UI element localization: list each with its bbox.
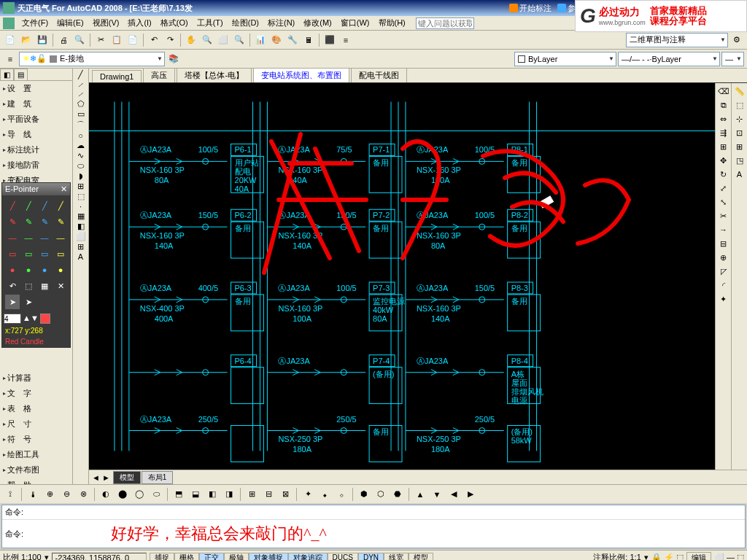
join-icon[interactable]: ⊕ (717, 251, 730, 264)
text-icon[interactable]: A (78, 252, 83, 261)
ep-c4[interactable]: ● (53, 262, 68, 277)
tab-drawing1[interactable]: Drawing1 (92, 70, 142, 82)
epointer-palette[interactable]: E-Pointer✕ ╱ ╱ ╱ ╱ ✎ ✎ ✎ ✎ — — — — ▭ ▭ ▭… (1, 182, 71, 348)
menu-edit[interactable]: 编辑(E) (53, 16, 88, 30)
open-icon[interactable]: 📂 (19, 33, 34, 47)
status-正交[interactable]: 正交 (199, 553, 224, 561)
scale-label[interactable]: 比例 1:100 (3, 552, 42, 560)
color-combo[interactable]: ByLayer (514, 52, 616, 66)
sidebar-item[interactable]: 表 格 (0, 401, 72, 416)
bt1[interactable]: ⟟ (3, 487, 18, 502)
redo-icon[interactable]: ↷ (163, 33, 177, 47)
status-对象捕捉[interactable]: 对象捕捉 (249, 553, 288, 561)
bt-e[interactable]: ⬤ (115, 487, 130, 502)
ep-del[interactable]: ✕ (53, 279, 68, 293)
tool-icon[interactable]: 🔧 (285, 33, 300, 47)
calc-icon[interactable]: 🖩 (301, 33, 316, 47)
ep-l3[interactable]: — (37, 230, 52, 245)
panel-tab[interactable]: ◧ (0, 69, 14, 80)
ep-size[interactable] (4, 314, 21, 324)
pan-icon[interactable]: ✋ (184, 33, 198, 47)
layer-mgr-icon[interactable]: ≡ (3, 52, 18, 66)
ep-sq[interactable]: ⬚ (21, 279, 36, 293)
nav4-icon[interactable]: A (733, 168, 746, 181)
ep-line4[interactable]: ╱ (53, 198, 68, 213)
paste-icon[interactable]: 📄 (125, 33, 140, 47)
save-icon[interactable]: 💾 (35, 33, 50, 47)
edit-btn[interactable]: 编辑 (686, 552, 711, 561)
annot-scale[interactable]: 注释比例: 1:1 (593, 552, 640, 560)
erase-icon[interactable]: ⌫ (717, 85, 730, 98)
bt-j[interactable]: ◧ (205, 487, 220, 502)
sidebar-item[interactable]: 导 线 (0, 127, 72, 142)
sidebar-item[interactable]: 文件布图 (0, 462, 72, 478)
linetype-combo[interactable]: —/— - -·ByLayer (618, 52, 720, 66)
earc-icon[interactable]: ◗ (79, 171, 83, 181)
design-icon[interactable]: 🎨 (269, 33, 284, 47)
ep-r4[interactable]: ▭ (53, 246, 68, 261)
point-icon[interactable]: · (80, 202, 82, 211)
ep-r2[interactable]: ▭ (21, 246, 36, 261)
bt-k[interactable]: ◨ (222, 487, 236, 502)
revcloud-icon[interactable]: ☁ (77, 141, 85, 150)
status-极轴[interactable]: 极轴 (224, 553, 249, 561)
xline-icon[interactable]: ⟋ (77, 80, 85, 89)
ep-r[interactable]: ▭ (5, 246, 20, 261)
rect-icon[interactable]: ▭ (77, 109, 85, 119)
status-DYN[interactable]: DYN (358, 553, 384, 561)
sidebar-item[interactable]: 绘图工具 (0, 447, 72, 462)
bt-temp[interactable]: 🌡 (26, 487, 40, 502)
print-icon[interactable]: 🖨 (56, 33, 71, 47)
trim-icon[interactable]: ✂ (717, 209, 730, 222)
bt-a[interactable]: ⊕ (42, 487, 57, 502)
status-栅格[interactable]: 栅格 (174, 553, 199, 561)
props-icon[interactable]: 📊 (253, 33, 268, 47)
status-对象追踪[interactable]: 对象追踪 (288, 553, 328, 561)
zoom-prev-icon[interactable]: 🔍 (232, 33, 247, 47)
sidebar-item[interactable]: 建 筑 (0, 96, 72, 112)
share-start[interactable]: 开始标注 (509, 3, 551, 14)
preview-icon[interactable]: 🔍 (72, 33, 87, 47)
status-模型[interactable]: 模型 (409, 553, 433, 561)
ucs-icon[interactable]: ⊹ (733, 112, 746, 125)
drawing-canvas[interactable]: ⒶJA23A100/5P6-1NSX-160 3P80A用户站配电20KW40A… (89, 83, 715, 470)
offset-icon[interactable]: ⇶ (717, 126, 730, 139)
bt-n[interactable]: ⊠ (278, 487, 293, 502)
bt-r[interactable]: ⬢ (357, 487, 371, 502)
ep-pen3[interactable]: ✎ (37, 214, 52, 229)
workspace-combo[interactable]: 二维草图与注释 (626, 33, 728, 47)
chamfer-icon[interactable]: ◸ (717, 265, 730, 278)
block-icon[interactable]: ⬚ (77, 192, 85, 201)
tab-hv[interactable]: 高压 (143, 68, 175, 82)
stretch-icon[interactable]: ⤡ (717, 195, 730, 209)
menu-tools[interactable]: 工具(T) (193, 16, 228, 30)
arc-icon[interactable]: ⌒ (77, 120, 85, 131)
ep-line[interactable]: ╱ (5, 198, 20, 213)
ep-sq2[interactable]: ▦ (37, 279, 52, 293)
status-DUCS[interactable]: DUCS (328, 553, 358, 561)
bt-s[interactable]: ⬡ (374, 487, 388, 502)
block-icon[interactable]: ⬛ (322, 33, 337, 47)
ep-c2[interactable]: ● (21, 262, 36, 277)
help-search[interactable] (416, 18, 474, 29)
sidebar-item[interactable]: 接地防雷 (0, 158, 72, 173)
layer-combo[interactable]: ☀❄🔓 E-接地 (19, 52, 165, 66)
menu-dim[interactable]: 标注(N) (263, 16, 299, 30)
pline-icon[interactable]: ⟋ (77, 90, 85, 98)
bt-w[interactable]: ◀ (446, 487, 461, 502)
tab-tower[interactable]: 塔楼【总体-电】 (177, 68, 252, 82)
menu-view[interactable]: 视图(V) (88, 16, 124, 30)
copy-icon[interactable]: 📋 (109, 33, 124, 47)
new-icon[interactable]: 📄 (3, 33, 18, 47)
explode-icon[interactable]: ✦ (717, 292, 730, 306)
ep-pen[interactable]: ✎ (5, 214, 20, 229)
sidebar-item[interactable]: 计算器 (0, 370, 72, 386)
lineweight-combo[interactable]: — (721, 52, 744, 66)
menu-help[interactable]: 帮助(H) (374, 16, 410, 30)
sidebar-item[interactable]: 符 号 (0, 432, 72, 447)
bt-x[interactable]: ▶ (463, 487, 478, 502)
bt-u[interactable]: ▲ (413, 487, 427, 502)
close-icon[interactable]: ✕ (61, 184, 67, 194)
break-icon[interactable]: ⊟ (717, 237, 730, 250)
array-icon[interactable]: ⊞ (717, 140, 730, 153)
